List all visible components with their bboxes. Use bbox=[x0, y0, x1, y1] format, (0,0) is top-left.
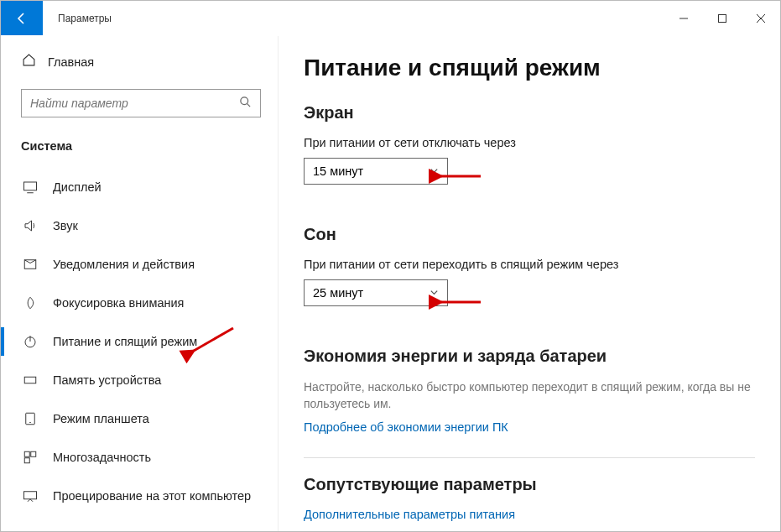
sidebar-item-tablet[interactable]: Режим планшета bbox=[21, 399, 278, 438]
divider bbox=[304, 457, 755, 458]
multitask-icon bbox=[23, 450, 38, 465]
sidebar-home[interactable]: Главная bbox=[21, 53, 278, 70]
page-title: Питание и спящий режим bbox=[304, 55, 755, 81]
sidebar-item-sound[interactable]: Звук bbox=[21, 206, 278, 245]
sidebar-group-title: Система bbox=[21, 139, 278, 153]
svg-rect-1 bbox=[719, 14, 726, 22]
maximize-button[interactable] bbox=[703, 1, 742, 35]
sidebar-item-projecting[interactable]: Проецирование на этот компьютер bbox=[21, 477, 278, 515]
sidebar-item-label: Многозадачность bbox=[53, 451, 151, 464]
app-title: Параметры bbox=[43, 1, 664, 35]
chevron-down-icon bbox=[430, 164, 439, 178]
sidebar-item-label: Уведомления и действия bbox=[53, 258, 195, 271]
notifications-icon bbox=[23, 257, 38, 272]
svg-rect-16 bbox=[31, 451, 36, 456]
power-icon bbox=[23, 334, 38, 349]
search-icon bbox=[239, 96, 252, 112]
sidebar-item-storage[interactable]: Память устройства bbox=[21, 361, 278, 399]
screen-off-value: 15 минут bbox=[313, 164, 363, 178]
sidebar-item-notifications[interactable]: Уведомления и действия bbox=[21, 245, 278, 284]
sidebar-item-display[interactable]: Дисплей bbox=[21, 168, 278, 206]
sleep-select[interactable]: 25 минут bbox=[304, 279, 448, 306]
svg-rect-6 bbox=[24, 182, 37, 190]
energy-text: Настройте, насколько быстро компьютер пе… bbox=[304, 379, 755, 412]
sidebar: Главная Система Дисплей Звук Уведомления… bbox=[1, 36, 278, 531]
back-button[interactable] bbox=[1, 1, 43, 35]
sleep-heading: Сон bbox=[304, 225, 755, 244]
related-heading: Сопутствующие параметры bbox=[304, 475, 755, 494]
sidebar-item-label: Питание и спящий режим bbox=[53, 335, 197, 348]
svg-point-4 bbox=[241, 96, 248, 104]
sound-icon bbox=[23, 218, 38, 233]
search-input[interactable] bbox=[21, 89, 261, 117]
tablet-icon bbox=[23, 411, 38, 426]
svg-rect-15 bbox=[24, 451, 29, 456]
sidebar-home-label: Главная bbox=[48, 55, 94, 69]
display-icon bbox=[23, 180, 38, 195]
sidebar-item-focus[interactable]: Фокусировка внимания bbox=[21, 284, 278, 322]
focus-icon bbox=[23, 295, 38, 310]
minimize-button[interactable] bbox=[664, 1, 703, 35]
chevron-down-icon bbox=[430, 286, 439, 300]
sidebar-item-label: Дисплей bbox=[53, 180, 102, 194]
energy-heading: Экономия энергии и заряда батареи bbox=[304, 347, 755, 366]
sidebar-item-power[interactable]: Питание и спящий режим bbox=[21, 322, 278, 361]
sidebar-item-label: Фокусировка внимания bbox=[53, 296, 184, 310]
sleep-value: 25 минут bbox=[313, 286, 363, 300]
screen-off-select[interactable]: 15 минут bbox=[304, 158, 448, 185]
sleep-label: При питании от сети переходить в спящий … bbox=[304, 258, 755, 271]
sidebar-item-multitask[interactable]: Многозадачность bbox=[21, 438, 278, 477]
sidebar-item-label: Проецирование на этот компьютер bbox=[53, 489, 251, 503]
close-button[interactable] bbox=[742, 1, 780, 35]
titlebar: Параметры bbox=[1, 1, 780, 36]
related-link[interactable]: Дополнительные параметры питания bbox=[304, 508, 755, 521]
svg-line-5 bbox=[247, 103, 250, 107]
storage-icon bbox=[23, 373, 38, 388]
sidebar-item-label: Режим планшета bbox=[53, 412, 149, 425]
screen-off-label: При питании от сети отключать через bbox=[304, 136, 755, 149]
content: Питание и спящий режим Экран При питании… bbox=[278, 36, 780, 531]
search-field[interactable] bbox=[30, 96, 239, 110]
screen-heading: Экран bbox=[304, 103, 755, 123]
svg-rect-11 bbox=[24, 377, 36, 383]
sidebar-item-label: Память устройства bbox=[53, 373, 161, 387]
sidebar-item-label: Звук bbox=[53, 219, 78, 232]
svg-rect-17 bbox=[24, 458, 29, 463]
nav-list: Дисплей Звук Уведомления и действия Фоку… bbox=[21, 168, 278, 515]
energy-link[interactable]: Подробнее об экономии энергии ПК bbox=[304, 420, 755, 434]
projecting-icon bbox=[23, 488, 38, 503]
svg-rect-18 bbox=[24, 492, 37, 499]
arrow-left-icon bbox=[15, 12, 29, 25]
home-icon bbox=[21, 53, 36, 70]
window-controls bbox=[664, 1, 780, 35]
